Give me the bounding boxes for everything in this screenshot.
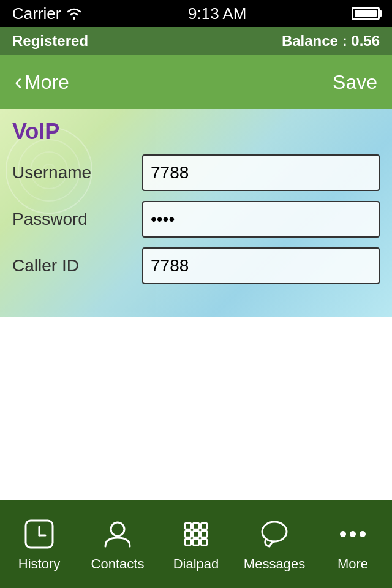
status-bar: Carrier 9:13 AM bbox=[0, 0, 392, 27]
svg-rect-11 bbox=[201, 523, 207, 529]
navigation-bar: ‹ More Save bbox=[0, 55, 392, 109]
history-icon bbox=[21, 516, 58, 552]
more-icon bbox=[334, 516, 371, 552]
svg-point-0 bbox=[73, 17, 75, 20]
password-label: Password bbox=[12, 209, 135, 229]
password-input[interactable] bbox=[142, 201, 380, 238]
tab-more[interactable]: More bbox=[314, 516, 392, 572]
messages-icon bbox=[256, 516, 293, 552]
tab-contacts[interactable]: Contacts bbox=[78, 516, 157, 572]
account-form: VoIP Username Password Caller ID bbox=[0, 109, 392, 289]
tab-history-label: History bbox=[18, 556, 60, 572]
callerid-label: Caller ID bbox=[12, 256, 135, 276]
back-chevron-icon: ‹ bbox=[15, 71, 22, 93]
svg-point-19 bbox=[340, 531, 346, 537]
battery-indicator bbox=[352, 7, 380, 20]
carrier-wifi: Carrier bbox=[12, 4, 83, 23]
wifi-icon bbox=[66, 7, 83, 20]
username-input[interactable] bbox=[142, 154, 380, 191]
back-label: More bbox=[24, 71, 69, 94]
svg-point-20 bbox=[350, 531, 356, 537]
carrier-label: Carrier bbox=[12, 4, 61, 23]
contacts-icon bbox=[99, 516, 136, 552]
main-content: VoIP Username Password Caller ID bbox=[0, 109, 392, 502]
balance-display: Balance : 0.56 bbox=[282, 32, 380, 50]
dialpad-icon bbox=[178, 516, 214, 552]
svg-rect-16 bbox=[193, 539, 199, 545]
registration-status: Registered bbox=[12, 32, 88, 50]
svg-rect-12 bbox=[185, 531, 191, 537]
voip-section-label: VoIP bbox=[0, 119, 392, 145]
tab-dialpad[interactable]: Dialpad bbox=[157, 516, 235, 572]
svg-rect-17 bbox=[201, 539, 207, 545]
callerid-input[interactable] bbox=[142, 247, 380, 284]
svg-rect-10 bbox=[193, 523, 199, 529]
save-button[interactable]: Save bbox=[333, 71, 377, 94]
svg-rect-13 bbox=[193, 531, 199, 537]
status-time: 9:13 AM bbox=[188, 4, 246, 23]
password-row: Password bbox=[0, 196, 392, 243]
tab-dialpad-label: Dialpad bbox=[173, 556, 219, 572]
registration-bar: Registered Balance : 0.56 bbox=[0, 27, 392, 55]
callerid-row: Caller ID bbox=[0, 243, 392, 289]
username-label: Username bbox=[12, 163, 135, 183]
tab-bar: History Contacts Dialpad bbox=[0, 500, 392, 588]
tab-messages[interactable]: Messages bbox=[235, 516, 314, 572]
back-button[interactable]: ‹ More bbox=[15, 71, 69, 94]
tab-contacts-label: Contacts bbox=[91, 556, 145, 572]
tab-history[interactable]: History bbox=[0, 516, 78, 572]
svg-rect-14 bbox=[201, 531, 207, 537]
username-row: Username bbox=[0, 149, 392, 196]
svg-point-8 bbox=[111, 522, 124, 536]
tab-more-label: More bbox=[337, 556, 368, 572]
svg-point-21 bbox=[360, 531, 366, 537]
tab-messages-label: Messages bbox=[244, 556, 305, 572]
svg-rect-15 bbox=[185, 539, 191, 545]
svg-rect-9 bbox=[185, 523, 191, 529]
